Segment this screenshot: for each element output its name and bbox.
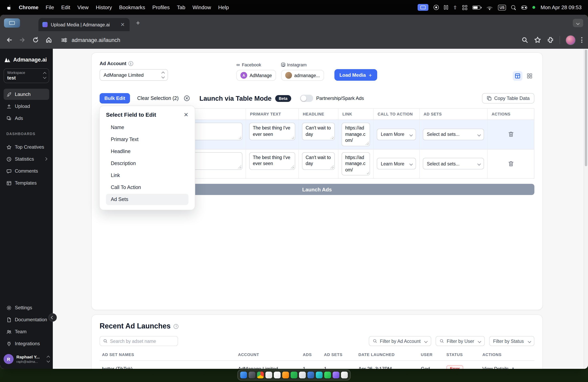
info-icon[interactable]: i — [128, 61, 133, 66]
filter-ad-account-select[interactable]: Filter by Ad Account — [369, 336, 431, 346]
sidebar-item-ads[interactable]: Ads — [4, 113, 49, 124]
table-view-toggle[interactable] — [513, 71, 522, 81]
popup-option-description[interactable]: Description — [106, 158, 189, 169]
sidebar-item-comments[interactable]: Comments — [4, 165, 49, 177]
deselect-icon[interactable] — [183, 95, 190, 101]
dock-app-13-icon[interactable] — [341, 372, 348, 378]
brand[interactable]: Admanage.ai — [4, 57, 49, 63]
search-icon[interactable] — [521, 36, 528, 43]
window-tiling-icon[interactable] — [444, 5, 448, 10]
trash-icon[interactable] — [508, 131, 514, 138]
menu-tab[interactable]: Tab — [177, 4, 185, 10]
partnership-toggle[interactable] — [300, 95, 313, 102]
sidebar-item-documentation[interactable]: Documentation — [4, 314, 49, 325]
filter-status-select[interactable]: Filter by Status — [489, 336, 534, 346]
clear-selection-button[interactable]: Clear Selection (2) — [137, 96, 179, 101]
scrollbar-thumb[interactable] — [585, 50, 587, 166]
forward-button[interactable] — [19, 36, 26, 43]
cta-select[interactable]: Learn More — [377, 158, 416, 170]
dock-app-5-icon[interactable] — [274, 372, 281, 378]
popup-option-call-to-action[interactable]: Call To Action — [106, 182, 189, 193]
wifi-icon[interactable] — [487, 5, 493, 10]
battery-icon[interactable] — [472, 5, 482, 9]
copy-table-data-button[interactable]: Copy Table Data — [482, 93, 534, 103]
tab-overflow-button[interactable] — [573, 19, 583, 27]
workspace-selector[interactable]: Workspace test — [4, 68, 49, 83]
popup-option-name[interactable]: Name — [106, 122, 189, 133]
browser-menu-icon[interactable] — [581, 37, 582, 43]
dock-app-6-icon[interactable] — [282, 372, 289, 378]
dock-app-4-icon[interactable] — [265, 372, 272, 378]
page-scrollbar[interactable] — [584, 49, 588, 369]
user-menu[interactable]: R Raphael Y... raph@adma... — [4, 354, 49, 364]
sidebar-item-upload[interactable]: Upload — [4, 101, 49, 112]
dock-app-10-icon[interactable] — [316, 372, 323, 378]
headline-textarea[interactable]: Can't wait today — [302, 152, 335, 170]
apple-logo-icon[interactable] — [6, 4, 12, 10]
sidebar-item-team[interactable]: Team — [4, 326, 49, 337]
sidebar-item-statistics[interactable]: Statistics — [4, 153, 49, 165]
ad-sets-select[interactable]: Select ad sets... — [423, 158, 484, 170]
filter-user-select[interactable]: Filter by User — [436, 336, 485, 346]
facebook-account-pill[interactable]: A AdManage — [236, 70, 276, 81]
link-textarea[interactable]: https://admanage.com/ — [342, 123, 370, 146]
bookmark-star-icon[interactable] — [534, 36, 541, 43]
view-details-link[interactable]: View Details↗ — [483, 366, 514, 369]
browser-tab[interactable]: Upload Media | Admanage.ai ✕ — [38, 18, 130, 31]
link-textarea[interactable]: https://admanage.com/ — [342, 152, 370, 175]
sidebar-item-settings[interactable]: Settings — [4, 302, 49, 313]
dock-app-9-icon[interactable] — [307, 372, 314, 378]
ad-sets-select[interactable]: Select ad sets... — [423, 129, 484, 140]
sidebar-item-launch[interactable]: Launch — [4, 89, 49, 100]
browser-profile-chip[interactable] — [4, 18, 20, 28]
sidebar-item-top-creatives[interactable]: Top Creatives — [4, 141, 49, 153]
extensions-icon[interactable] — [547, 36, 554, 43]
primary-text-textarea[interactable]: The best thing I've ever seen — [249, 152, 295, 170]
bulk-edit-button[interactable]: Bulk Edit — [100, 93, 130, 103]
browser-avatar[interactable] — [566, 35, 576, 45]
trash-icon[interactable] — [508, 161, 514, 167]
dock-app-12-icon[interactable] — [333, 372, 339, 378]
dock-app-3-icon[interactable] — [257, 372, 264, 378]
menubar-clock[interactable]: Mon Apr 28 09:53 — [541, 4, 582, 10]
site-settings-icon[interactable] — [61, 37, 68, 43]
dock-app-2-icon[interactable] — [249, 372, 255, 378]
ad-account-select[interactable]: AdManage Limited — [100, 69, 168, 81]
omnibox[interactable]: admanage.ai/launch — [61, 37, 515, 43]
menu-view[interactable]: View — [77, 4, 89, 10]
instagram-account-pill[interactable]: admanage... — [281, 70, 324, 81]
load-media-button[interactable]: Load Media + — [334, 69, 377, 81]
popup-option-link[interactable]: Link — [106, 170, 189, 181]
dock-app-11-icon[interactable] — [324, 372, 331, 378]
close-icon[interactable]: ✕ — [184, 112, 189, 117]
menu-edit[interactable]: Edit — [61, 4, 70, 10]
home-button[interactable] — [45, 36, 52, 43]
sidebar-collapse-button[interactable] — [48, 313, 57, 322]
headline-textarea[interactable]: Can't wait today — [302, 123, 335, 140]
menu-history[interactable]: History — [96, 4, 112, 10]
sidebar-item-templates[interactable]: Templates — [4, 177, 49, 189]
menu-bookmarks[interactable]: Bookmarks — [119, 4, 145, 10]
app-grid-icon[interactable] — [462, 5, 467, 10]
screen-mirroring-icon[interactable] — [418, 4, 428, 11]
adset-search[interactable] — [100, 336, 178, 346]
reload-button[interactable] — [32, 36, 39, 43]
back-button[interactable] — [6, 36, 13, 43]
cursor-status-icon[interactable]: ⇧ — [453, 5, 457, 10]
menu-profiles[interactable]: Profiles — [152, 4, 170, 10]
info-icon[interactable]: i — [174, 324, 179, 329]
popup-option-headline[interactable]: Headline — [106, 146, 189, 157]
dock-app-8-icon[interactable] — [299, 372, 306, 378]
tab-close-icon[interactable]: ✕ — [120, 21, 126, 28]
dock-app-7-icon[interactable] — [291, 372, 297, 378]
screen-record-icon[interactable] — [434, 5, 439, 10]
menu-help[interactable]: Help — [218, 4, 229, 10]
spotlight-icon[interactable] — [511, 5, 516, 10]
menu-window[interactable]: Window — [193, 4, 211, 10]
new-tab-button[interactable]: + — [134, 19, 142, 27]
adset-search-input[interactable] — [110, 339, 174, 344]
control-center-icon[interactable] — [521, 5, 527, 9]
popup-option-ad-sets[interactable]: Ad Sets — [106, 194, 189, 205]
menu-file[interactable]: File — [46, 4, 54, 10]
input-source-badge[interactable]: US — [498, 5, 506, 10]
